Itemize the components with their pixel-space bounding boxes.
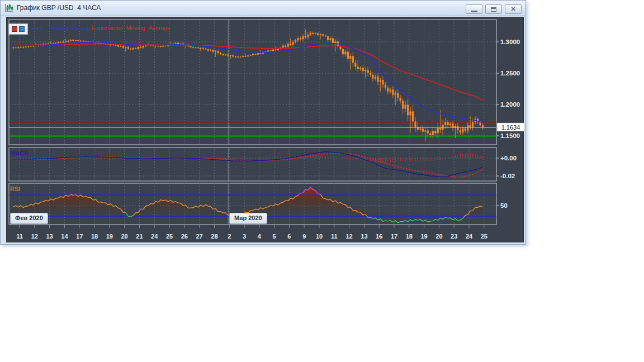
date-tick-label: 28 — [211, 233, 217, 240]
date-tick-label: 18 — [91, 233, 98, 240]
candlestick-series — [12, 30, 484, 142]
ema-fast-swatch-button[interactable] — [19, 26, 25, 32]
date-tick-label: 16 — [376, 233, 382, 240]
rsi-indicator-label: RSI — [10, 185, 20, 192]
price-grid — [9, 20, 496, 145]
date-tick-label: 10 — [316, 233, 323, 240]
date-tick-label: 14 — [61, 233, 68, 240]
price-tick-label: 1.2500 — [500, 70, 520, 77]
minimize-icon — [471, 11, 477, 12]
price-panel — [9, 20, 496, 145]
price-tick-label: 1.1500 — [500, 132, 520, 139]
date-tick-label: 4 — [258, 233, 262, 240]
month-badge-feb: Фев 2020 — [10, 213, 48, 224]
window-title: График GBP /USD 4 ЧАСА — [17, 4, 101, 12]
macd-grid — [9, 147, 496, 181]
restore-button[interactable] — [485, 4, 502, 14]
ema-slow-line — [13, 44, 483, 101]
date-tick-label: 13 — [361, 233, 367, 240]
date-axis: 1112131417181920212425262728234569101112… — [16, 225, 487, 240]
restore-icon — [491, 7, 496, 12]
macd-tick-label: -0.02 — [500, 173, 515, 179]
title-bar[interactable]: График GBP /USD 4 ЧАСА ✕ — [1, 1, 525, 16]
chart-area: 1112131417181920212425262728234569101112… — [6, 17, 524, 242]
date-tick-label: 25 — [481, 233, 487, 240]
date-tick-label: 17 — [76, 233, 83, 240]
date-tick-label: 18 — [406, 233, 413, 240]
date-tick-label: 24 — [466, 233, 473, 240]
macd-indicator-label: MACD — [10, 150, 29, 156]
date-tick-label: 3 — [243, 233, 246, 240]
minimize-button[interactable] — [466, 4, 482, 14]
date-tick-label: 19 — [420, 233, 427, 240]
month-badge-mar: Мар 2020 — [229, 213, 267, 224]
date-tick-label: 19 — [106, 233, 113, 240]
date-tick-label: 9 — [302, 233, 306, 240]
date-tick-label: 11 — [16, 233, 23, 240]
date-tick-label: 25 — [166, 233, 173, 240]
date-tick-label: 2 — [228, 233, 231, 240]
date-tick-label: 17 — [391, 233, 397, 240]
macd-line — [13, 152, 483, 177]
chart-window: График GBP /USD 4 ЧАСА ✕ — [0, 0, 526, 245]
date-tick-label: 12 — [31, 233, 38, 240]
date-tick-label: 11 — [331, 233, 338, 240]
date-tick-label: 13 — [46, 233, 53, 240]
rsi-fill-area — [13, 187, 483, 216]
date-tick-label: 21 — [136, 233, 143, 240]
close-icon: ✕ — [510, 6, 515, 12]
ema-fast-line — [13, 42, 483, 123]
macd-tick-label: +0.00 — [500, 155, 517, 161]
candlestick-chart-icon — [4, 3, 13, 12]
legend-toolbar — [8, 23, 28, 35]
price-tick-label: 1.2000 — [500, 101, 520, 108]
date-tick-label: 24 — [151, 233, 158, 240]
date-tick-label: 5 — [273, 233, 276, 240]
date-tick-label: 20 — [121, 233, 127, 240]
date-tick-label: 12 — [345, 233, 352, 240]
date-tick-label: 6 — [287, 233, 291, 240]
date-tick-label: 26 — [181, 233, 188, 240]
close-button[interactable]: ✕ — [505, 4, 522, 14]
date-tick-label: 20 — [435, 233, 442, 240]
price-chart-plot[interactable]: 1112131417181920212425262728234569101112… — [7, 17, 524, 243]
current-price-label: 1.1634 — [501, 124, 520, 131]
ema-slow-legend-label: Exponential_Moving_Average — [92, 25, 171, 31]
date-tick-label: 27 — [196, 233, 202, 240]
price-tick-label: 1.3000 — [500, 39, 520, 45]
rsi-tick-label: 50 — [500, 202, 508, 209]
ema-slow-swatch-button[interactable] — [12, 26, 17, 32]
current-price-badge: 1.1634 — [497, 123, 524, 131]
date-tick-label: 23 — [451, 233, 457, 240]
